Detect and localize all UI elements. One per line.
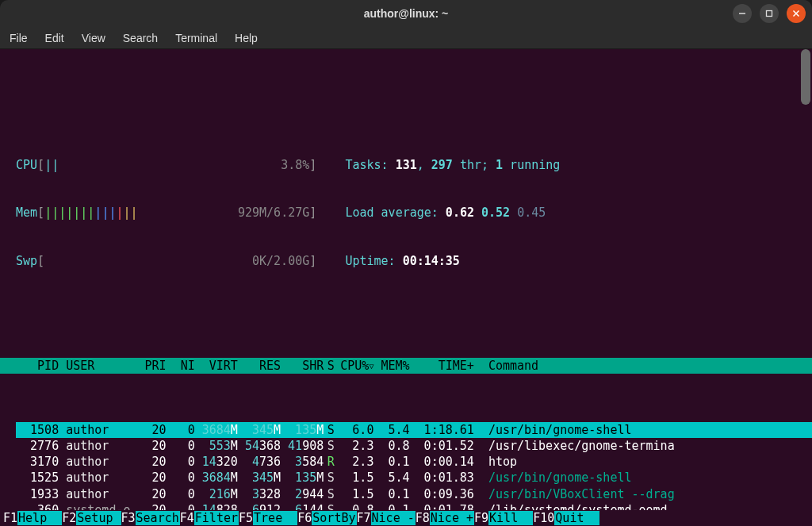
menu-help[interactable]: Help — [235, 32, 258, 44]
fkey: F6 — [297, 511, 312, 525]
menu-terminal[interactable]: Terminal — [175, 32, 217, 44]
menu-view[interactable]: View — [82, 32, 105, 44]
menu-file[interactable]: File — [10, 32, 28, 44]
fkey: F2 — [62, 511, 76, 525]
fkey-label[interactable]: Search — [136, 511, 180, 525]
fkey-label[interactable]: Filter — [194, 511, 239, 525]
svg-rect-1 — [767, 11, 772, 17]
fkey: F3 — [121, 511, 136, 525]
fkey: F1 — [3, 511, 17, 525]
menubar: File Edit View Search Terminal Help — [0, 27, 812, 49]
titlebar: author@linux: ~ — [0, 0, 812, 27]
fkey: F8 — [416, 511, 430, 525]
fkey-label[interactable]: Setup — [76, 511, 121, 525]
table-row[interactable]: 1525 author2003684M345M135MS1.55.40:01.8… — [16, 470, 812, 486]
col-shr[interactable]: SHR — [281, 358, 324, 374]
fkey-label[interactable]: Nice + — [430, 511, 474, 525]
menu-search[interactable]: Search — [123, 32, 158, 44]
swp-meter: Swp[0K/2.00G] Uptime: 00:14:35 — [16, 253, 796, 269]
mem-meter: Mem[|||||||||||||929M/6.27G] Load averag… — [16, 205, 796, 221]
col-pri[interactable]: PRI — [138, 358, 167, 374]
fkey: F7 — [357, 511, 371, 525]
table-row[interactable]: 1508 author2003684M345M135MS6.05.41:18.6… — [16, 422, 812, 438]
col-cmd[interactable]: Command — [474, 358, 538, 374]
scrollbar[interactable] — [801, 49, 810, 526]
window-controls — [733, 4, 806, 23]
close-button[interactable] — [787, 4, 806, 23]
cpu-meter: CPU[||3.8%] Tasks: 131, 297 thr; 1 runni… — [16, 157, 796, 173]
col-pid[interactable]: PID — [16, 358, 59, 374]
table-row[interactable]: 1933 author200216M33282944S1.50.10:09.36… — [16, 486, 812, 502]
maximize-button[interactable] — [760, 4, 779, 23]
column-header[interactable]: PID USERPRINIVIRTRESSHRSCPU%▽MEM%TIME+Co… — [0, 358, 812, 374]
menu-edit[interactable]: Edit — [45, 32, 64, 44]
fkey-label[interactable]: Help — [17, 511, 62, 525]
col-user[interactable]: USER — [66, 358, 137, 374]
fkey-label[interactable]: Tree — [253, 511, 297, 525]
col-time[interactable]: TIME+ — [410, 358, 474, 374]
fkey-label[interactable]: Quit — [554, 511, 599, 525]
minimize-button[interactable] — [733, 4, 752, 23]
table-row[interactable]: 2776 author200553M5436841908S2.30.80:01.… — [16, 438, 812, 454]
window-title: author@linux: ~ — [364, 7, 449, 20]
terminal-area[interactable]: CPU[||3.8%] Tasks: 131, 297 thr; 1 runni… — [0, 49, 812, 526]
scrollbar-thumb[interactable] — [801, 49, 810, 105]
fkey-label[interactable]: Kill — [488, 511, 533, 525]
col-mem[interactable]: MEM% — [373, 358, 409, 374]
fkey: F9 — [474, 511, 488, 525]
fkey: F10 — [533, 511, 554, 525]
function-key-bar: F1Help F2Setup F3SearchF4FilterF5Tree F6… — [0, 510, 812, 526]
fkey: F5 — [239, 511, 253, 525]
fkey: F4 — [180, 511, 194, 525]
col-res[interactable]: RES — [238, 358, 281, 374]
meters-block: CPU[||3.8%] Tasks: 131, 297 thr; 1 runni… — [0, 125, 812, 309]
col-virt[interactable]: VIRT — [195, 358, 238, 374]
col-ni[interactable]: NI — [167, 358, 195, 374]
sort-indicator-icon: ▽ — [369, 362, 373, 371]
fkey-label[interactable]: Nice - — [371, 511, 416, 525]
col-cpu[interactable]: CPU%▽ — [338, 358, 373, 374]
fkey-label[interactable]: SortBy — [312, 511, 356, 525]
col-s[interactable]: S — [324, 358, 338, 374]
table-row[interactable]: 3170 author2001432047363584R2.30.10:00.1… — [16, 454, 812, 470]
